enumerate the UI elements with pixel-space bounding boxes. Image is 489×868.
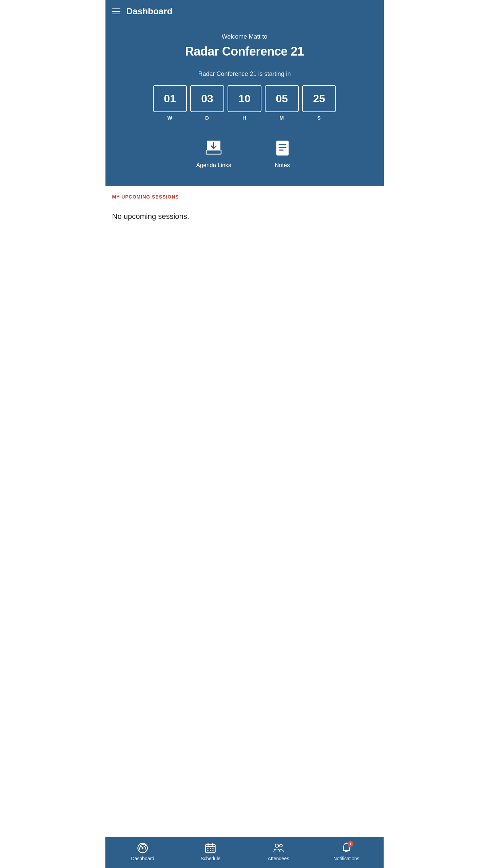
sessions-divider-bottom <box>112 228 377 228</box>
notes-label: Notes <box>275 162 290 169</box>
quick-actions: Agenda Links Notes <box>112 138 377 169</box>
notification-badge: 1 <box>347 841 353 847</box>
no-sessions-message: No upcoming sessions. <box>112 212 377 221</box>
header-title: Dashboard <box>126 6 173 17</box>
countdown-weeks-value: 01 <box>153 85 187 112</box>
attendees-icon <box>273 842 284 854</box>
dashboard-icon <box>137 842 149 854</box>
agenda-links-button[interactable]: Agenda Links <box>196 138 231 169</box>
countdown-days-label: D <box>205 115 209 121</box>
sessions-divider-top <box>112 206 377 206</box>
bottom-navigation: Dashboard Schedule <box>105 837 384 868</box>
svg-line-9 <box>141 846 143 848</box>
hero-section: Welcome Matt to Radar Conference 21 Rada… <box>105 23 384 186</box>
sessions-section: MY UPCOMING SESSIONS No upcoming session… <box>105 186 384 868</box>
sessions-header: MY UPCOMING SESSIONS <box>112 194 377 200</box>
nav-notifications-label: Notifications <box>333 856 359 861</box>
nav-dashboard-label: Dashboard <box>131 856 154 861</box>
countdown-weeks: 01 W <box>153 85 187 121</box>
svg-rect-14 <box>208 848 209 849</box>
svg-rect-1 <box>206 150 221 154</box>
countdown-minutes-value: 05 <box>265 85 299 112</box>
nav-schedule[interactable]: Schedule <box>177 842 244 861</box>
countdown-hours-label: H <box>242 115 247 121</box>
svg-rect-19 <box>213 850 214 851</box>
svg-rect-15 <box>210 848 211 849</box>
agenda-links-icon <box>203 138 224 159</box>
notifications-icon: 1 <box>340 842 352 854</box>
countdown-seconds-label: S <box>317 115 321 121</box>
app-header: Dashboard <box>105 0 384 23</box>
nav-notifications[interactable]: 1 Notifications <box>312 842 380 861</box>
svg-point-21 <box>279 844 282 847</box>
starting-text: Radar Conference 21 is starting in <box>112 70 377 78</box>
svg-rect-18 <box>210 850 211 851</box>
nav-attendees[interactable]: Attendees <box>244 842 312 861</box>
countdown-timer: 01 W 03 D 10 H 05 M 25 S <box>112 85 377 121</box>
notes-icon <box>272 138 293 159</box>
countdown-days: 03 D <box>190 85 224 121</box>
schedule-icon <box>205 842 216 854</box>
countdown-weeks-label: W <box>167 115 172 121</box>
svg-rect-3 <box>276 141 289 156</box>
notes-button[interactable]: Notes <box>272 138 293 169</box>
agenda-links-label: Agenda Links <box>196 162 231 169</box>
menu-button[interactable] <box>112 8 120 15</box>
countdown-hours: 10 H <box>228 85 261 121</box>
countdown-seconds-value: 25 <box>302 85 336 112</box>
nav-attendees-label: Attendees <box>268 856 289 861</box>
welcome-text: Welcome Matt to <box>112 33 377 40</box>
countdown-minutes-label: M <box>279 115 284 121</box>
nav-schedule-label: Schedule <box>201 856 220 861</box>
countdown-hours-value: 10 <box>228 85 261 112</box>
countdown-minutes: 05 M <box>265 85 299 121</box>
svg-point-20 <box>275 844 278 847</box>
nav-dashboard[interactable]: Dashboard <box>109 842 177 861</box>
svg-rect-16 <box>213 848 214 849</box>
conference-title: Radar Conference 21 <box>112 44 377 59</box>
svg-rect-17 <box>208 850 209 851</box>
countdown-seconds: 25 S <box>302 85 336 121</box>
countdown-days-value: 03 <box>190 85 224 112</box>
